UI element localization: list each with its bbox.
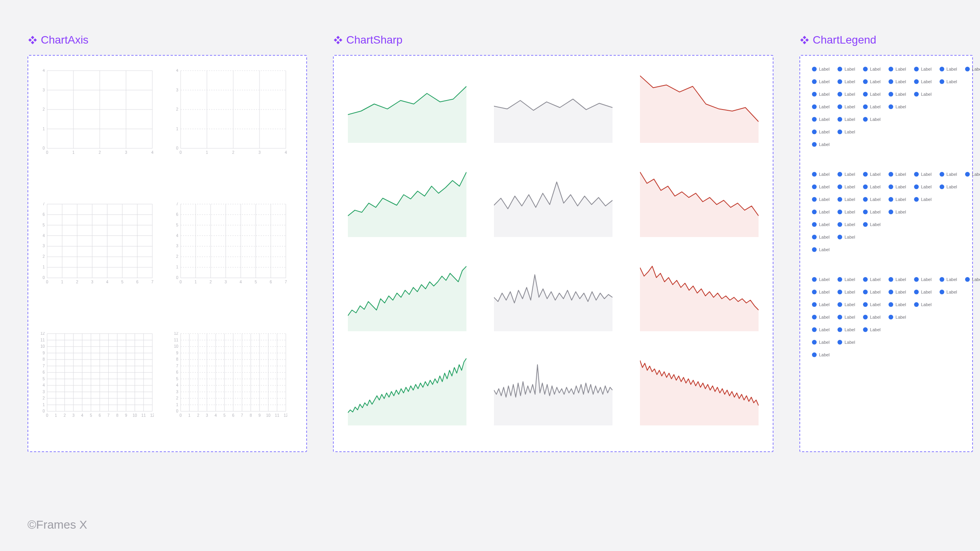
legend-item: Label [940, 67, 957, 71]
legend-dot-icon [812, 235, 817, 239]
legend-dot-icon [837, 277, 842, 282]
legend-label: Label [896, 302, 906, 307]
legend-label: Label [819, 184, 830, 189]
legend-label: Label [845, 340, 855, 345]
legend-dot-icon [812, 277, 817, 282]
svg-text:8: 8 [116, 413, 119, 418]
legend-item: Label [914, 197, 932, 202]
legend-row: LabelLabel [812, 235, 963, 239]
svg-text:10: 10 [266, 413, 271, 418]
svg-text:5: 5 [42, 377, 45, 381]
legend-item: Label [837, 315, 855, 319]
svg-text:7: 7 [241, 413, 243, 418]
legend-dot-icon [812, 197, 817, 202]
legend-item: Label [889, 197, 906, 202]
svg-text:10: 10 [174, 344, 179, 348]
legend-label: Label [896, 315, 906, 319]
legend-dot-icon [914, 67, 919, 71]
legend-item: Label [837, 327, 855, 332]
svg-text:10: 10 [40, 344, 45, 348]
svg-text:2: 2 [64, 413, 66, 418]
svg-text:4: 4 [42, 69, 45, 73]
legend-item: Label [812, 352, 830, 357]
axis-chart: 01234567891011120123456789101112 [174, 332, 287, 418]
legend-label: Label [896, 277, 906, 282]
legend-dot-icon [837, 104, 842, 109]
svg-text:11: 11 [40, 338, 45, 342]
sharp-chart-flat [494, 261, 612, 331]
legend-label: Label [896, 290, 906, 294]
legend-label: Label [896, 172, 906, 177]
legend-item: Label [863, 302, 881, 307]
component-title-text: ChartLegend [813, 34, 876, 46]
component-chart-sharp: ChartSharp [333, 55, 773, 452]
legend-label: Label [870, 302, 881, 307]
legend-dot-icon [965, 67, 970, 71]
legend-item: Label [889, 302, 906, 307]
legend-label: Label [845, 302, 855, 307]
component-title-text: ChartSharp [346, 34, 402, 46]
legend-label: Label [947, 172, 957, 177]
legend-label: Label [870, 104, 881, 109]
legend-label: Label [845, 235, 855, 239]
svg-text:3: 3 [42, 244, 45, 248]
legend-item: Label [863, 290, 881, 294]
legend-dot-icon [837, 67, 842, 71]
legend-row: LabelLabelLabel [812, 222, 963, 227]
svg-text:1: 1 [206, 150, 208, 155]
legend-item: Label [863, 104, 881, 109]
legend-label: Label [921, 79, 932, 84]
legend-dot-icon [812, 315, 817, 319]
svg-text:0: 0 [42, 409, 45, 413]
svg-text:1: 1 [188, 413, 191, 418]
legend-dot-icon [812, 327, 817, 332]
legend-dot-icon [837, 197, 842, 202]
legend-dot-icon [889, 302, 893, 307]
legend-label: Label [972, 277, 980, 282]
legend-label: Label [845, 184, 855, 189]
svg-text:2: 2 [210, 280, 212, 284]
legend-label: Label [819, 67, 830, 71]
svg-text:4: 4 [176, 383, 178, 387]
svg-text:4: 4 [42, 383, 45, 387]
svg-text:6: 6 [232, 413, 234, 418]
svg-text:6: 6 [42, 370, 45, 374]
svg-text:3: 3 [176, 244, 178, 248]
svg-text:2: 2 [176, 254, 178, 259]
legend-dot-icon [837, 117, 842, 122]
legend-label: Label [947, 79, 957, 84]
svg-text:3: 3 [91, 280, 93, 284]
legend-label: Label [845, 315, 855, 319]
legend-item: Label [837, 340, 855, 345]
legend-label: Label [896, 67, 906, 71]
legend-dot-icon [812, 352, 817, 357]
svg-text:11: 11 [141, 413, 146, 418]
legend-item: Label [837, 92, 855, 97]
svg-text:2: 2 [42, 254, 45, 259]
legend-row: LabelLabelLabelLabelLabelLabelLabel [812, 172, 963, 177]
component-title-text: ChartAxis [41, 34, 88, 46]
legend-item: Label [863, 197, 881, 202]
legend-item: Label [965, 277, 980, 282]
sharp-chart-up [348, 261, 466, 331]
svg-text:11: 11 [275, 413, 280, 418]
legend-row: LabelLabelLabelLabelLabelLabel [812, 290, 963, 294]
svg-text:7: 7 [42, 364, 45, 368]
legend-dot-icon [812, 92, 817, 97]
legend-dot-icon [837, 184, 842, 189]
legend-dot-icon [863, 117, 868, 122]
legend-label: Label [896, 92, 906, 97]
axis-chart: 0123456701234567 [40, 203, 154, 285]
legend-label: Label [870, 222, 881, 227]
legend-item: Label [812, 222, 830, 227]
legend-label: Label [845, 277, 855, 282]
legend-label: Label [819, 197, 830, 202]
legend-label: Label [819, 222, 830, 227]
legend-dot-icon [863, 104, 868, 109]
axis-chart: 0123401234 [40, 69, 154, 155]
legend-dot-icon [812, 172, 817, 177]
legend-dot-icon [837, 210, 842, 214]
svg-text:0: 0 [179, 150, 182, 155]
chart-sharp-frame [333, 55, 773, 452]
legend-dot-icon [914, 197, 919, 202]
